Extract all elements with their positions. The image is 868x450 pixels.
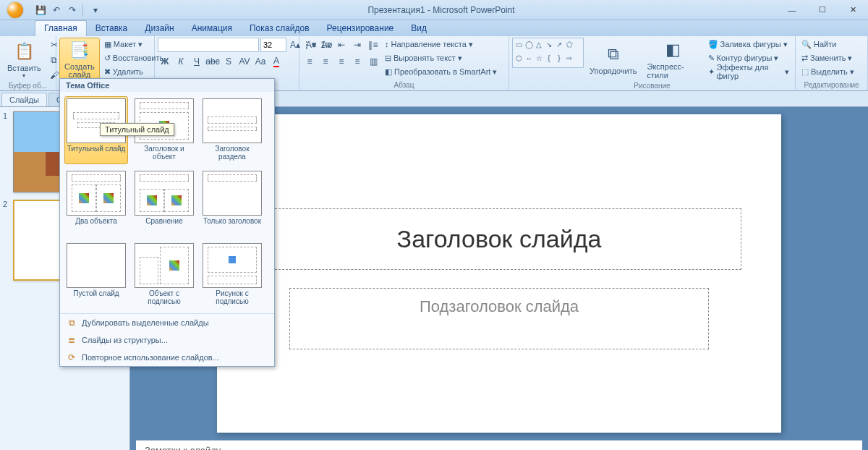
- decrease-indent-button[interactable]: ⇤: [334, 38, 349, 52]
- char-spacing-button[interactable]: AV: [237, 54, 252, 69]
- layout-tooltip: Титульный слайд: [100, 123, 174, 136]
- clipboard-group-label: Буфер об...: [3, 81, 53, 90]
- layout-content-caption[interactable]: Объект с подписью: [132, 241, 196, 309]
- bullets-button[interactable]: ⋮≡: [302, 38, 317, 52]
- slide-number: 1: [3, 111, 10, 120]
- outline-icon: ≣: [66, 334, 77, 346]
- align-center-button[interactable]: ≡: [318, 54, 333, 69]
- paste-button[interactable]: 📋 Вставить ▾: [3, 38, 46, 81]
- editing-group-label: Редактирование: [799, 80, 864, 90]
- new-slide-label: Создать слайд: [64, 63, 95, 79]
- convert-smartart-button[interactable]: ◧ Преобразовать в SmartArt ▾: [382, 65, 500, 78]
- notes-pane[interactable]: Заметки к слайду: [136, 440, 862, 450]
- reuse-icon: ⟳: [66, 352, 77, 363]
- tab-slideshow[interactable]: Показ слайдов: [241, 21, 318, 36]
- undo-qat[interactable]: ↶: [49, 3, 64, 17]
- paste-label: Вставить: [7, 64, 41, 72]
- layout-section-header[interactable]: Заголовок раздела: [200, 96, 264, 164]
- numbering-button[interactable]: 1≡: [318, 38, 333, 52]
- save-qat[interactable]: 💾: [33, 3, 48, 17]
- change-case-button[interactable]: Aa: [253, 54, 268, 69]
- group-paragraph: ⋮≡ 1≡ ⇤ ⇥ ‖≡ ≡ ≡ ≡ ≡ ▥ ↕ Направление тек…: [299, 36, 509, 90]
- quick-access-toolbar: 💾 ↶ ↷ ▾: [30, 3, 106, 17]
- align-left-button[interactable]: ≡: [302, 54, 317, 69]
- tab-home[interactable]: Главная: [35, 20, 87, 36]
- layout-title-only[interactable]: Только заголовок: [200, 169, 264, 237]
- subtitle-placeholder[interactable]: Подзаголовок слайда: [289, 288, 709, 349]
- shapes-gallery[interactable]: ▭◯△↘↗⬠ ⬡↔☆{}⇨: [512, 38, 584, 68]
- font-size-select[interactable]: 32: [260, 38, 286, 52]
- columns-button[interactable]: ▥: [366, 54, 380, 69]
- qat-customize[interactable]: ▾: [88, 3, 103, 17]
- duplicate-slides-menu[interactable]: ⧉ Дублировать выделенные слайды: [60, 314, 274, 331]
- tab-insert[interactable]: Вставка: [87, 21, 137, 36]
- quick-styles-icon: ◧: [663, 39, 684, 61]
- title-bar: 💾 ↶ ↷ ▾ Презентация1 - Microsoft PowerPo…: [0, 0, 868, 20]
- paste-icon: 📋: [13, 41, 35, 62]
- popup-theme-header: Тема Office: [60, 79, 274, 92]
- slides-from-outline-menu[interactable]: ≣ Слайды из структуры...: [60, 331, 274, 349]
- maximize-button[interactable]: ☐: [807, 2, 838, 18]
- arrange-icon: ⧉: [603, 43, 624, 65]
- qat-separator: [82, 4, 85, 16]
- align-text-button[interactable]: ⊟ Выровнять текст ▾: [382, 51, 500, 64]
- tab-design[interactable]: Дизайн: [136, 21, 182, 36]
- align-right-button[interactable]: ≡: [334, 54, 349, 69]
- layout-two-content[interactable]: Два объекта: [64, 169, 128, 237]
- shape-fill-button[interactable]: 🪣 Заливка фигуры ▾: [705, 38, 792, 51]
- drawing-group-label: Рисование: [512, 81, 792, 90]
- group-editing: 🔍 Найти ⇄ Заменить ▾ ⬚ Выделить ▾ Редакт…: [796, 36, 868, 90]
- window-title: Презентация1 - Microsoft PowerPoint: [106, 5, 777, 15]
- layout-gallery-popup: Тема Office Титульный слайд Заголовок и …: [59, 78, 275, 367]
- reuse-slides-menu[interactable]: ⟳ Повторное использование слайдов...: [60, 349, 274, 366]
- font-family-select[interactable]: [158, 38, 259, 52]
- notes-placeholder: Заметки к слайду: [145, 445, 221, 450]
- layout-picture-caption[interactable]: Рисунок с подписью: [200, 241, 264, 309]
- redo-qat[interactable]: ↷: [65, 3, 80, 17]
- underline-button[interactable]: Ч: [190, 54, 204, 69]
- tab-review[interactable]: Рецензирование: [318, 21, 403, 36]
- layout-comparison[interactable]: Сравнение: [132, 169, 196, 237]
- office-button[interactable]: [0, 0, 30, 20]
- slides-sidetab[interactable]: Слайды: [1, 93, 47, 106]
- new-slide-button[interactable]: 📑 Создать слайд: [59, 38, 100, 81]
- text-direction-button[interactable]: ↕ Направление текста ▾: [382, 38, 500, 51]
- tab-animation[interactable]: Анимация: [183, 21, 241, 36]
- slide-number: 2: [3, 200, 10, 208]
- ribbon-tabs: Главная Вставка Дизайн Анимация Показ сл…: [0, 20, 868, 36]
- title-placeholder[interactable]: Заголовок слайда: [257, 208, 741, 270]
- popup-footer-menu: ⧉ Дублировать выделенные слайды ≣ Слайды…: [60, 313, 274, 366]
- minimize-button[interactable]: —: [777, 2, 807, 18]
- select-button[interactable]: ⬚ Выделить ▾: [799, 65, 857, 78]
- duplicate-icon: ⧉: [66, 317, 77, 328]
- bold-button[interactable]: Ж: [158, 54, 172, 69]
- paragraph-group-label: Абзац: [302, 80, 506, 90]
- group-drawing: ▭◯△↘↗⬠ ⬡↔☆{}⇨ ⧉ Упорядочить ◧ Экспресс-с…: [509, 36, 796, 90]
- replace-button[interactable]: ⇄ Заменить ▾: [799, 51, 857, 64]
- strike-button[interactable]: abc: [205, 54, 220, 69]
- line-spacing-button[interactable]: ‖≡: [366, 38, 380, 52]
- italic-button[interactable]: К: [174, 54, 188, 69]
- office-orb-icon: [7, 2, 23, 18]
- layout-blank[interactable]: Пустой слайд: [64, 241, 128, 309]
- find-button[interactable]: 🔍 Найти: [799, 38, 857, 51]
- quick-styles-button[interactable]: ◧ Экспресс-стили: [643, 38, 704, 81]
- new-slide-icon: 📑: [69, 40, 90, 61]
- slide-canvas[interactable]: Заголовок слайда Подзаголовок слайда: [217, 114, 781, 433]
- title-text: Заголовок слайда: [397, 225, 602, 253]
- close-button[interactable]: ✕: [838, 2, 868, 18]
- subtitle-text: Подзаголовок слайда: [420, 297, 579, 316]
- increase-indent-button[interactable]: ⇥: [350, 38, 365, 52]
- tab-view[interactable]: Вид: [402, 21, 435, 36]
- justify-button[interactable]: ≡: [350, 54, 365, 69]
- font-color-button[interactable]: A: [269, 54, 284, 69]
- group-clipboard: 📋 Вставить ▾ ✂ ⧉ 🖌 Буфер об...: [0, 36, 56, 90]
- arrange-button[interactable]: ⧉ Упорядочить: [585, 38, 641, 81]
- window-controls: — ☐ ✕: [777, 2, 868, 18]
- shadow-button[interactable]: S: [221, 54, 236, 69]
- shape-effects-button[interactable]: ✦ Эффекты для фигур ▾: [705, 65, 792, 78]
